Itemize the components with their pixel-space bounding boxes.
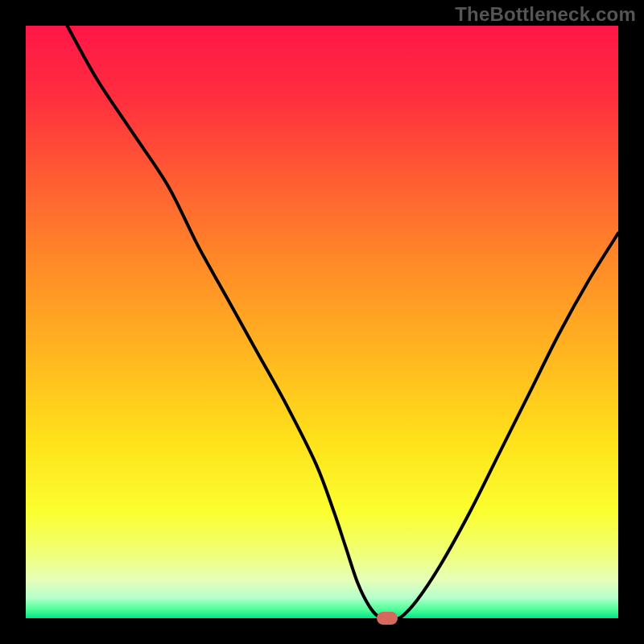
chart-frame: TheBottleneck.com	[0, 0, 644, 644]
gradient-background	[26, 26, 618, 618]
optimal-point-marker	[377, 612, 398, 625]
watermark-text: TheBottleneck.com	[455, 3, 636, 26]
chart-svg	[26, 26, 618, 618]
plot-area	[26, 26, 618, 618]
